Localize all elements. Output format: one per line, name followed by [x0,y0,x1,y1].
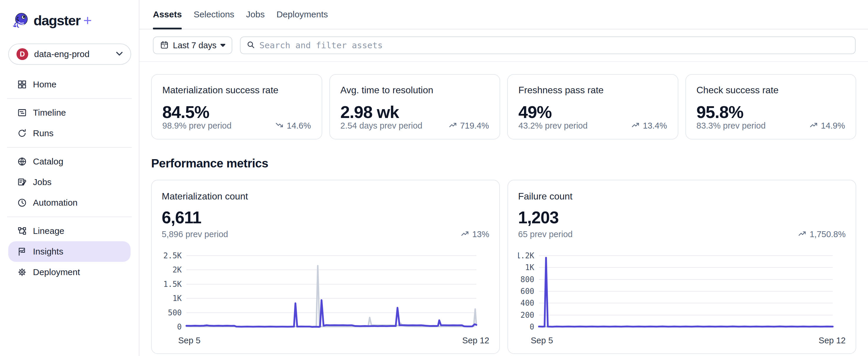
sidebar-item-lineage[interactable]: Lineage [8,221,130,241]
date-range-button[interactable]: Last 7 days [153,36,232,54]
svg-text:1K: 1K [173,294,182,303]
sidebar-item-runs[interactable]: Runs [8,123,130,144]
metric-title: Freshness pass rate [518,85,667,96]
prev-period-value: 5,896 prev period [162,230,228,239]
trend-badge: 13.4% [631,121,667,130]
globe-icon [17,156,27,167]
metric-card-avg-time-to-resolution: Avg. time to resolution 2.98 wk 2.54 day… [329,74,500,140]
chart-card-materialization-count: Materialization count 6,611 5,896 prev p… [151,180,500,354]
svg-text:200: 200 [521,311,534,320]
metric-card-check-success-rate: Check success rate 95.8% 83.3% prev peri… [685,74,857,140]
prev-period-value: 65 prev period [518,230,572,239]
section-title: Performance metrics [151,156,856,170]
sidebar-nav: Home Timeline Runs Catalog Jobs [0,74,139,283]
svg-text:1.2K: 1.2K [518,251,534,260]
trend-badge: 14.6% [275,121,311,130]
sidebar-item-insights[interactable]: Insights [8,241,130,262]
sidebar-item-jobs[interactable]: Jobs [8,172,130,192]
clock-icon [17,198,27,208]
trend-value: 14.6% [287,121,311,130]
lineage-graph-icon [17,226,27,236]
sidebar-item-timeline[interactable]: Timeline [8,102,130,123]
workspace-name: data-eng-prod [34,49,116,59]
materialization-count-chart[interactable]: 05001K1.5K2K2.5KSep 5Sep 12 [162,251,489,347]
prev-period-value: 83.3% prev period [696,121,766,130]
insights-flag-icon [17,246,27,257]
trend-up-icon [631,121,640,130]
metric-title: Check success rate [696,85,845,96]
sidebar-item-deployment[interactable]: Deployment [8,262,130,283]
chart-card-failure-count: Failure count 1,203 65 prev period 1,750… [507,180,856,354]
sidebar-item-home[interactable]: Home [8,74,130,95]
prev-period-value: 98.9% prev period [162,121,231,130]
sidebar-divider [7,98,132,99]
metric-value: 95.8% [696,102,845,122]
chart-title: Materialization count [162,191,489,202]
trend-value: 1,750.8% [809,230,846,239]
tab-jobs[interactable]: Jobs [246,0,265,29]
chart-title: Failure count [518,191,846,202]
sidebar-item-label: Insights [33,246,63,257]
svg-text:0: 0 [177,323,182,331]
sidebar-item-automation[interactable]: Automation [8,192,130,213]
tab-selections[interactable]: Selections [193,0,234,29]
sidebar: dagster + D data-eng-prod Home Timeline … [0,0,140,356]
sidebar-divider [7,147,132,148]
gear-icon [17,267,27,277]
timeline-icon [17,108,27,118]
search-input[interactable] [259,40,849,50]
trend-value: 13.4% [643,121,667,130]
svg-text:Sep 5: Sep 5 [178,336,200,345]
sidebar-item-label: Automation [33,198,78,208]
sidebar-item-label: Timeline [33,108,66,118]
workspace-avatar: D [17,48,28,60]
logo-wordmark: dagster [33,12,80,29]
caret-down-icon [220,43,225,48]
trend-badge: 13% [461,230,489,239]
trend-down-icon [275,121,284,130]
metric-value: 84.5% [162,102,311,122]
insights-content: Materialization success rate 84.5% 98.9%… [140,62,868,356]
metric-title: Avg. time to resolution [341,85,489,96]
trend-badge: 14.9% [809,121,845,130]
metric-value: 2.98 wk [341,102,489,122]
metric-cards-row: Materialization success rate 84.5% 98.9%… [151,74,856,140]
jobs-icon [17,177,27,187]
svg-text:0: 0 [530,323,534,331]
svg-text:1.5K: 1.5K [163,280,182,289]
main-area: Assets Selections Jobs Deployments Last … [140,0,868,356]
top-tab-bar: Assets Selections Jobs Deployments [140,0,868,29]
dagster-octopus-icon [13,12,29,29]
filter-bar: Last 7 days [140,29,868,62]
dagster-logo[interactable]: dagster + [0,0,139,29]
tab-deployments[interactable]: Deployments [276,0,328,29]
calendar-icon [160,40,169,50]
svg-text:500: 500 [168,308,182,317]
dagster-plus-app: dagster + D data-eng-prod Home Timeline … [0,0,868,356]
date-range-value: Last 7 days [173,40,216,50]
svg-text:Sep 12: Sep 12 [818,336,846,345]
svg-text:600: 600 [521,287,534,296]
sidebar-item-label: Runs [33,128,54,138]
grid-icon [17,80,27,89]
tab-assets[interactable]: Assets [153,0,182,29]
metric-title: Materialization success rate [162,85,311,96]
trend-value: 14.9% [821,121,845,130]
svg-text:Sep 5: Sep 5 [531,336,553,345]
svg-text:Sep 12: Sep 12 [462,336,489,345]
svg-text:2.5K: 2.5K [163,251,182,260]
svg-text:2K: 2K [173,265,182,274]
svg-text:400: 400 [521,299,534,307]
search-icon [246,40,255,50]
metric-value: 49% [518,102,667,122]
sidebar-item-label: Home [33,80,57,89]
prev-period-value: 43.2% prev period [518,121,588,130]
sidebar-item-catalog[interactable]: Catalog [8,151,130,172]
failure-count-chart[interactable]: 02004006008001K1.2KSep 5Sep 12 [518,251,846,347]
sidebar-item-label: Lineage [33,226,64,236]
trend-badge: 1,750.8% [798,230,846,239]
trend-value: 13% [472,230,489,239]
workspace-switcher[interactable]: D data-eng-prod [8,43,131,65]
sidebar-item-label: Deployment [33,267,80,277]
chart-value: 1,203 [518,208,846,227]
